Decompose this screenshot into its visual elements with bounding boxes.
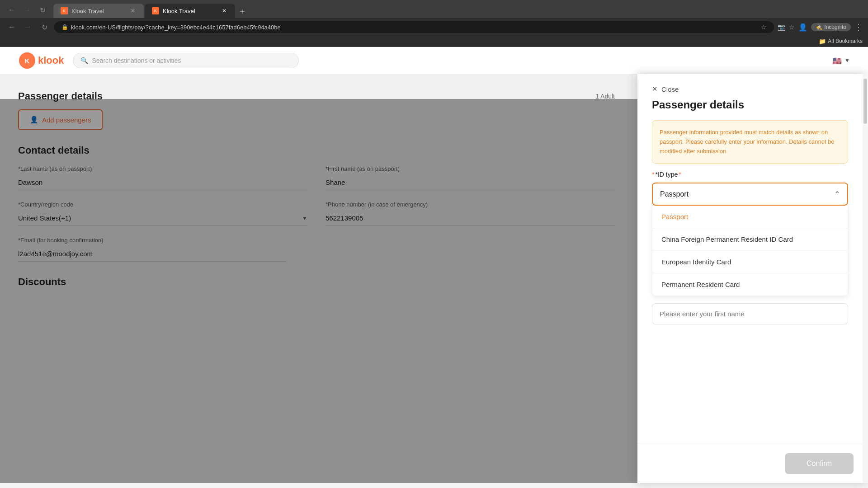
- nav-back-addr[interactable]: ←: [5, 21, 18, 33]
- panel-inner: ✕ Close Passenger details Passenger info…: [637, 74, 868, 444]
- tabs-bar: ← → ↻ K Klook Travel ✕ K Klook Travel ✕ …: [0, 0, 868, 18]
- nav-refresh[interactable]: ↻: [36, 4, 49, 16]
- dropdown-item-china-id[interactable]: China Foreign Permanent Resident ID Card: [652, 228, 848, 251]
- svg-text:K: K: [25, 57, 29, 65]
- id-type-label-row: * *ID type *: [652, 171, 848, 178]
- tab2-close[interactable]: ✕: [221, 7, 228, 14]
- tab1-favicon: K: [61, 7, 68, 14]
- klook-logo[interactable]: K klook: [18, 52, 64, 70]
- dropdown-item-european-id[interactable]: European Identity Card: [652, 251, 848, 273]
- nav-forward[interactable]: →: [21, 4, 33, 16]
- nav-refresh-addr[interactable]: ↻: [38, 21, 51, 33]
- nav-forward-addr[interactable]: →: [22, 21, 34, 33]
- scrollbar-thumb: [863, 79, 867, 124]
- tab2-favicon: K: [152, 7, 159, 14]
- more-icon[interactable]: ⋮: [854, 22, 863, 32]
- tab1-title: Klook Travel: [71, 8, 126, 14]
- browser-tab-2[interactable]: K Klook Travel ✕: [145, 4, 235, 18]
- panel-title: Passenger details: [652, 99, 848, 111]
- lock-icon: 🔒: [61, 24, 68, 30]
- camera-icon: 📷: [778, 23, 785, 31]
- bookmarks-label: All Bookmarks: [828, 38, 863, 45]
- close-icon: ✕: [652, 85, 658, 93]
- star-icon[interactable]: ☆: [789, 23, 795, 31]
- confirm-button[interactable]: Confirm: [785, 453, 854, 474]
- warning-text: Passenger information provided must matc…: [660, 128, 840, 156]
- flag-chevron: ▼: [844, 57, 850, 64]
- new-tab-button[interactable]: +: [236, 5, 249, 18]
- close-button[interactable]: ✕ Close: [652, 85, 848, 93]
- panel-scrollbar[interactable]: [863, 74, 868, 483]
- extensions-area: 📷 ☆ 👤 🕵️ Incognito ⋮: [778, 22, 863, 32]
- flag-selector[interactable]: 🇺🇸 ▼: [833, 56, 850, 65]
- chevron-up-icon: ⌃: [834, 190, 840, 198]
- search-icon: 🔍: [80, 57, 88, 64]
- browser-chrome: ← → ↻ K Klook Travel ✕ K Klook Travel ✕ …: [0, 0, 868, 47]
- bookmarks-bar: 📁 All Bookmarks: [0, 36, 868, 47]
- incognito-badge: 🕵️ Incognito: [811, 23, 851, 31]
- id-type-required-prefix: *: [652, 171, 654, 178]
- address-bar: ← → ↻ 🔒 klook.com/en-US/flights/pay/?cac…: [0, 18, 868, 36]
- incognito-icon: 🕵️: [816, 24, 822, 30]
- search-bar[interactable]: 🔍 Search destinations or activities: [73, 53, 299, 68]
- klook-logo-text: klook: [38, 55, 64, 66]
- klook-logo-icon: K: [18, 52, 36, 70]
- id-type-required-suffix: *: [679, 171, 681, 178]
- panel-footer: Confirm: [637, 444, 868, 483]
- dropdown-item-permanent-resident[interactable]: Permanent Resident Card: [652, 273, 848, 296]
- bookmark-icon[interactable]: ☆: [761, 23, 767, 31]
- browser-tab-1[interactable]: K Klook Travel ✕: [53, 4, 144, 18]
- tab1-close[interactable]: ✕: [129, 7, 137, 14]
- dropdown-item-passport[interactable]: Passport: [652, 206, 848, 228]
- passenger-first-name-input[interactable]: [652, 303, 848, 324]
- profile-icon[interactable]: 👤: [798, 23, 807, 32]
- search-placeholder: Search destinations or activities: [92, 57, 181, 64]
- id-type-label: *ID type: [655, 171, 678, 178]
- nav-back[interactable]: ←: [5, 4, 18, 16]
- dropdown-list: Passport China Foreign Permanent Residen…: [652, 206, 848, 296]
- close-label: Close: [661, 85, 679, 93]
- side-panel: ✕ Close Passenger details Passenger info…: [637, 74, 868, 483]
- id-type-section: * *ID type * Passport ⌃ Passport China F…: [637, 171, 863, 324]
- tab2-title: Klook Travel: [163, 8, 217, 14]
- flag-icon: 🇺🇸: [833, 56, 842, 65]
- id-type-dropdown[interactable]: Passport ⌃: [652, 183, 848, 206]
- panel-header: ✕ Close Passenger details: [637, 74, 863, 115]
- url-input[interactable]: 🔒 klook.com/en-US/flights/pay/?cache_key…: [54, 21, 774, 33]
- url-text: klook.com/en-US/flights/pay/?cache_key=3…: [71, 24, 758, 31]
- warning-box: Passenger information provided must matc…: [652, 120, 848, 164]
- bookmarks-folder-icon: 📁: [819, 38, 826, 45]
- klook-header: K klook 🔍 Search destinations or activit…: [0, 47, 868, 75]
- dropdown-selected-value: Passport: [660, 190, 689, 198]
